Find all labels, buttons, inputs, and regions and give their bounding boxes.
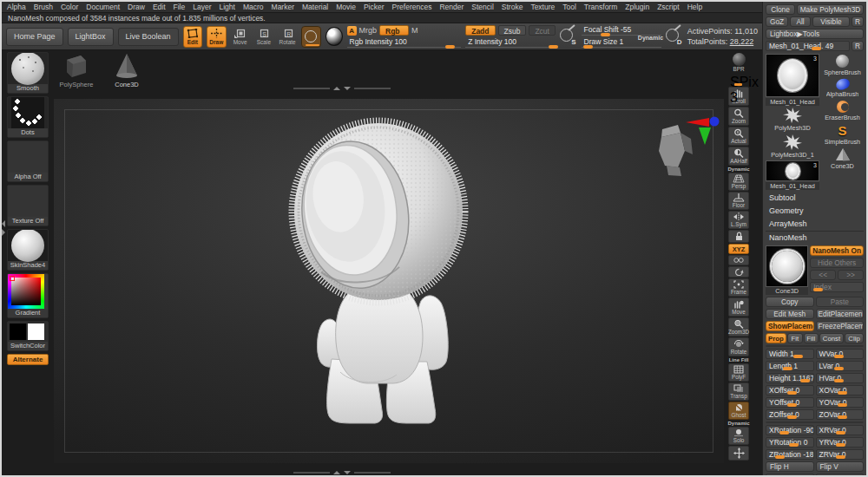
index-slider[interactable]: Index: [810, 282, 864, 292]
menu-zscript[interactable]: Zscript: [657, 3, 680, 11]
index-prev-button[interactable]: <<: [810, 270, 836, 280]
texture-off-tile[interactable]: Texture Off: [7, 185, 49, 226]
width-slider[interactable]: Width 1: [766, 349, 814, 359]
mrgb-button[interactable]: Mrgb: [359, 26, 378, 35]
edit-button[interactable]: Edit: [183, 26, 202, 48]
yrotation-slider[interactable]: YRotation 0: [766, 437, 814, 448]
menu-zplugin[interactable]: Zplugin: [625, 3, 649, 11]
polyf-button[interactable]: PolyF: [728, 363, 749, 382]
slider-thumb[interactable]: [549, 45, 558, 49]
zadd-button[interactable]: Zadd: [465, 25, 495, 36]
xyz-button[interactable]: XYZ: [728, 244, 749, 254]
frame-button[interactable]: Frame: [728, 278, 749, 297]
zsub-button[interactable]: Zsub: [498, 25, 527, 36]
show-placement-button[interactable]: ShowPlacement: [766, 321, 814, 331]
tool-item-eraserbrush[interactable]: EraserBrush: [821, 100, 864, 122]
paste-button[interactable]: Paste: [816, 297, 865, 307]
section-arraymesh[interactable]: ArrayMesh: [766, 218, 864, 229]
move-3d-button[interactable]: Move: [728, 297, 749, 317]
lsym-button[interactable]: L.Sym: [728, 211, 749, 229]
dynamic-label[interactable]: Dynamic: [638, 35, 663, 41]
zrotation-slider[interactable]: ZRotation -180: [766, 449, 814, 460]
alpha-off-tile[interactable]: Alpha Off: [7, 140, 49, 182]
pan-canvas-button[interactable]: [728, 446, 749, 461]
tool-item-simplebrush[interactable]: S SimpleBrush: [821, 123, 864, 147]
tool-item-alphabrush[interactable]: AlphaBrush: [821, 78, 864, 99]
ghost-button[interactable]: Ghost: [728, 402, 749, 420]
radial-symmetry-icon-button[interactable]: [728, 266, 749, 278]
slider-thumb[interactable]: [734, 83, 742, 86]
tool-item-mesh01-small[interactable]: 3: [766, 160, 819, 181]
quickpick-polysphere[interactable]: PolySphere: [57, 52, 95, 88]
menu-render[interactable]: Render: [439, 3, 464, 11]
lightbox-button[interactable]: LightBox: [68, 28, 114, 46]
lock-button[interactable]: [728, 230, 749, 243]
slider-thumb[interactable]: [445, 45, 455, 49]
nanomesh-on-button[interactable]: NanoMesh On: [810, 245, 864, 256]
xrvar-slider[interactable]: XRVar 0: [816, 425, 865, 435]
slider-thumb[interactable]: [813, 288, 823, 291]
stroke-d-indicator[interactable]: D: [666, 27, 683, 46]
left-tray-divider[interactable]: [2, 220, 5, 236]
aahalf-button[interactable]: AAHalf: [728, 147, 749, 166]
menu-light[interactable]: Light: [220, 3, 235, 11]
section-geometry[interactable]: Geometry: [766, 205, 864, 216]
hide-others-button[interactable]: Hide Others: [810, 258, 864, 268]
fit-button[interactable]: Fit: [787, 333, 803, 343]
rotate-3d-button[interactable]: Rotate: [728, 337, 749, 356]
menu-tool[interactable]: Tool: [562, 3, 576, 11]
nanomesh-thumb[interactable]: Cone3D: [766, 245, 808, 295]
tool-item-spherebrush[interactable]: SphereBrush: [821, 54, 864, 77]
menu-draw[interactable]: Draw: [128, 3, 145, 11]
bpr-button[interactable]: BPR: [728, 51, 749, 74]
make-polymesh3d-button[interactable]: Make PolyMesh3D: [797, 4, 864, 15]
wvar-slider[interactable]: WVar 0: [816, 349, 865, 359]
height-slider[interactable]: Height 1.11671: [766, 373, 814, 383]
edit-mesh-button[interactable]: Edit Mesh: [766, 309, 814, 319]
copy-button[interactable]: Copy: [766, 297, 814, 307]
menu-stencil[interactable]: Stencil: [471, 3, 494, 11]
menu-macro[interactable]: Macro: [243, 3, 264, 11]
hvar-slider[interactable]: HVar 0: [816, 373, 865, 383]
slider-thumb[interactable]: [583, 45, 593, 49]
tool-item-cone3d[interactable]: Cone3D: [821, 147, 864, 171]
slider-thumb[interactable]: [601, 33, 610, 36]
actual-button[interactable]: Actual: [728, 127, 749, 146]
menu-help[interactable]: Help: [687, 3, 702, 11]
current-brush-well[interactable]: [301, 26, 320, 48]
move-button[interactable]: Move: [231, 26, 250, 48]
rgb-button[interactable]: Rgb: [379, 25, 409, 36]
rgb-intensity-slider[interactable]: Rgb Intensity 100: [347, 37, 462, 48]
live-boolean-button[interactable]: Live Boolean: [118, 28, 179, 46]
slider-thumb[interactable]: [812, 47, 821, 50]
saturation-value-square[interactable]: [11, 278, 41, 305]
clip-button[interactable]: Clip: [845, 333, 864, 343]
tool-item-active[interactable]: 3: [766, 54, 819, 97]
v-tile-slider[interactable]: V Tile 1: [816, 474, 865, 475]
menu-texture[interactable]: Texture: [530, 3, 555, 11]
floor-button[interactable]: Floor: [728, 192, 749, 210]
xovar-slider[interactable]: XOVar 0: [816, 385, 865, 395]
section-nanomesh[interactable]: NanoMesh: [766, 231, 864, 243]
r-button[interactable]: R: [852, 16, 864, 27]
menu-movie[interactable]: Movie: [336, 3, 356, 11]
menu-preferences[interactable]: Preferences: [392, 3, 432, 11]
menu-color[interactable]: Color: [61, 3, 78, 11]
zoom3d-button[interactable]: Zoom3D: [728, 317, 749, 337]
lightbox-tools-button[interactable]: Lightbox▶Tools: [766, 29, 864, 39]
tool-item-polymesh3d[interactable]: PolyMesh3D: [766, 107, 819, 133]
menu-marker[interactable]: Marker: [272, 3, 294, 11]
solo-button[interactable]: Solo: [728, 427, 749, 445]
xoffset-slider[interactable]: XOffset 0: [766, 385, 814, 395]
xrotation-slider[interactable]: XRotation -90: [766, 425, 814, 435]
slider-thumb[interactable]: [819, 345, 829, 346]
current-material-ball[interactable]: [326, 27, 343, 46]
h-tile-slider[interactable]: H Tile 1: [766, 474, 814, 475]
zoffset-slider[interactable]: ZOffset 0: [766, 409, 814, 420]
goz-visible-button[interactable]: Visible: [812, 16, 850, 27]
yoffset-slider[interactable]: YOffset 0: [766, 397, 814, 408]
stroke-dots-tile[interactable]: Dots: [7, 96, 49, 138]
prop-button[interactable]: Prop: [766, 333, 786, 343]
z-intensity-slider[interactable]: Z Intensity 100: [465, 37, 556, 48]
size-slider[interactable]: Size 1.6263: [766, 345, 864, 347]
